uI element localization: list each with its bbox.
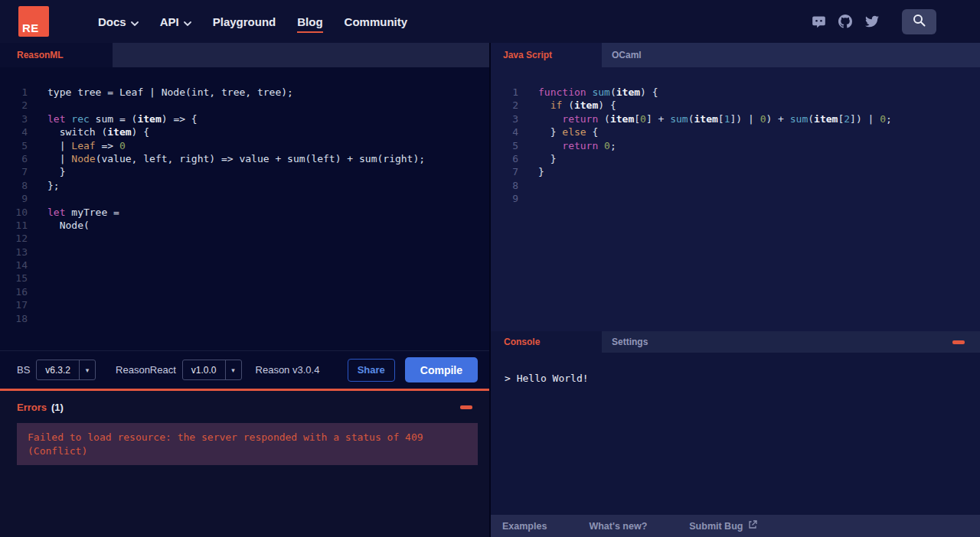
tab-settings[interactable]: Settings xyxy=(602,331,648,353)
line-number: 16 xyxy=(0,285,28,298)
line-number: 18 xyxy=(0,312,28,325)
code-line: 10let myTree = xyxy=(0,206,489,219)
nav-label: Community xyxy=(345,15,408,28)
reasonreact-label: ReasonReact xyxy=(116,364,176,376)
code-line: 7} xyxy=(491,165,980,178)
footer-link-submit-bug[interactable]: Submit Bug xyxy=(689,520,757,532)
line-number: 4 xyxy=(0,125,28,138)
tab-reasonml[interactable]: ReasonML xyxy=(0,43,113,67)
line-number: 8 xyxy=(0,179,28,192)
code-line: 18 xyxy=(0,312,489,325)
line-number: 17 xyxy=(0,298,28,311)
code-text: return (item[0] + sum(item[1]) | 0) + su… xyxy=(538,112,892,125)
search-button[interactable] xyxy=(902,9,936,34)
line-number: 5 xyxy=(0,139,28,152)
logo[interactable]: RE xyxy=(18,6,49,37)
code-line: 9 xyxy=(491,192,980,205)
line-number: 3 xyxy=(491,112,518,125)
code-text: | Node(value, left, right) => value + su… xyxy=(47,152,425,165)
line-number: 7 xyxy=(491,165,518,178)
bs-label: BS xyxy=(17,364,30,376)
code-line: 7 } xyxy=(0,165,489,178)
line-number: 7 xyxy=(0,165,28,178)
reason-version-label: Reason v3.0.4 xyxy=(256,364,320,376)
code-line: 2 if (item) { xyxy=(491,99,980,112)
code-line: 4 switch (item) { xyxy=(0,125,489,138)
output-footer: Examples What's new? Submit Bug xyxy=(491,515,980,537)
share-button[interactable]: Share xyxy=(348,359,395,382)
main-nav: Docs API Playground Blog Community xyxy=(98,11,407,33)
chevron-down-icon: ▾ xyxy=(225,360,241,379)
code-line: 1type tree = Leaf | Node(int, tree, tree… xyxy=(0,86,489,99)
line-number: 2 xyxy=(0,99,28,112)
footer-link-whats-new[interactable]: What's new? xyxy=(589,521,647,532)
discord-icon[interactable] xyxy=(811,14,826,29)
code-text: if (item) { xyxy=(538,99,616,112)
collapse-errors-button[interactable] xyxy=(460,405,472,409)
nav-item-api[interactable]: API xyxy=(160,11,191,33)
line-number: 4 xyxy=(491,125,518,138)
tab-javascript[interactable]: Java Script xyxy=(491,43,602,67)
code-line: 5 return 0; xyxy=(491,139,980,152)
tab-ocaml[interactable]: OCaml xyxy=(602,43,642,67)
tab-console[interactable]: Console xyxy=(491,331,602,353)
reason-code-editor[interactable]: 1type tree = Leaf | Node(int, tree, tree… xyxy=(0,67,489,350)
reason-editor-pane: ReasonML 1type tree = Leaf | Node(int, t… xyxy=(0,43,489,537)
errors-title: Errors xyxy=(17,402,47,413)
footer-link-label: Examples xyxy=(502,521,547,532)
output-pane: Java Script OCaml 1function sum(item) {2… xyxy=(491,43,980,537)
twitter-icon[interactable] xyxy=(864,14,880,29)
code-text: type tree = Leaf | Node(int, tree, tree)… xyxy=(47,86,293,99)
github-icon[interactable] xyxy=(838,14,853,29)
nav-item-docs[interactable]: Docs xyxy=(98,11,139,33)
nav-label: Playground xyxy=(213,15,276,28)
nav-icons xyxy=(799,9,936,34)
editor-toolbar: BS v6.3.2 ▾ ReasonReact v1.0.0 ▾ Reason … xyxy=(0,350,489,389)
search-icon xyxy=(913,14,926,29)
line-number: 9 xyxy=(491,192,518,205)
line-number: 13 xyxy=(0,246,28,259)
code-line: 17 xyxy=(0,298,489,311)
errors-count-badge: (1) xyxy=(51,402,64,413)
code-line: 2 xyxy=(0,99,489,112)
bs-version-select[interactable]: v6.3.2 ▾ xyxy=(36,360,96,380)
code-line: 8}; xyxy=(0,179,489,192)
code-line: 12 xyxy=(0,232,489,245)
code-text: switch (item) { xyxy=(47,125,149,138)
console-output[interactable]: > Hello World! xyxy=(491,353,980,515)
output-tabbar: Java Script OCaml xyxy=(491,43,980,67)
nav-item-playground[interactable]: Playground xyxy=(213,11,276,33)
code-text: } else { xyxy=(538,125,598,138)
code-text: } xyxy=(47,165,65,178)
code-text: } xyxy=(538,152,556,165)
code-line: 8 xyxy=(491,179,980,192)
nav-item-community[interactable]: Community xyxy=(345,11,408,33)
line-number: 8 xyxy=(491,179,518,192)
reasonreact-version-value: v1.0.0 xyxy=(183,360,225,379)
compile-button[interactable]: Compile xyxy=(405,357,478,382)
code-text: function sum(item) { xyxy=(538,86,658,99)
code-text: } xyxy=(538,165,544,178)
reasonreact-version-select[interactable]: v1.0.0 ▾ xyxy=(182,360,242,380)
line-number: 3 xyxy=(0,112,28,125)
footer-link-examples[interactable]: Examples xyxy=(502,521,547,532)
errors-panel: Errors (1) Failed to load resource: the … xyxy=(0,389,489,537)
code-text: }; xyxy=(47,179,60,192)
nav-item-blog[interactable]: Blog xyxy=(297,11,322,33)
code-line: 4 } else { xyxy=(491,125,980,138)
js-code-editor[interactable]: 1function sum(item) {2 if (item) {3 retu… xyxy=(491,67,980,331)
reason-tabbar: ReasonML xyxy=(0,43,489,67)
collapse-console-button[interactable] xyxy=(952,340,965,344)
code-line: 9 xyxy=(0,192,489,205)
code-text: let myTree = xyxy=(47,206,119,219)
code-line: 11 Node( xyxy=(0,219,489,232)
external-link-icon xyxy=(748,520,757,532)
top-nav: RE Docs API Playground Blog Community xyxy=(0,0,980,43)
line-number: 10 xyxy=(0,206,28,219)
code-line: 13 xyxy=(0,246,489,259)
line-number: 14 xyxy=(0,259,28,272)
code-line: 14 xyxy=(0,259,489,272)
console-line: > Hello World! xyxy=(505,373,966,384)
line-number: 6 xyxy=(0,152,28,165)
code-line: 1function sum(item) { xyxy=(491,86,980,99)
